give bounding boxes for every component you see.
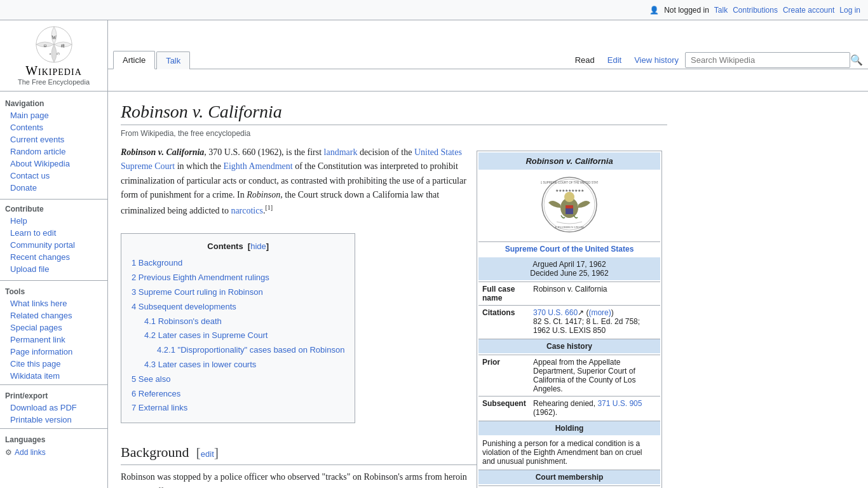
tab-read[interactable]: Read bbox=[569, 51, 601, 69]
toc-item-2: 2 Previous Eighth Amendment rulings bbox=[132, 271, 344, 285]
article-with-infobox: Robinson v. California, 370 U.S. 660 (19… bbox=[121, 146, 667, 488]
sidebar-item-permanent-link[interactable]: Permanent link bbox=[0, 334, 107, 346]
sidebar-item-page-information[interactable]: Page information bbox=[0, 346, 107, 358]
tab-edit[interactable]: Edit bbox=[601, 51, 628, 69]
background-edit-link[interactable]: edit bbox=[201, 449, 214, 459]
svg-rect-13 bbox=[566, 205, 573, 208]
intro-paragraph: Robinson v. California, 370 U.S. 660 (19… bbox=[121, 146, 477, 218]
toc-item-5: 5 See also bbox=[132, 373, 344, 386]
background-heading: Background [edit] bbox=[121, 441, 477, 465]
narcotics-link[interactable]: narcotics bbox=[231, 205, 263, 215]
svg-text:E PLURIBUS UNUM: E PLURIBUS UNUM bbox=[555, 226, 584, 229]
tab-bar: Article Talk Read Edit View history 🔍 bbox=[108, 43, 868, 69]
infobox-citations-value: 370 U.S. 660↗ ((more)) 82 S. Ct. 1417; 8… bbox=[529, 306, 660, 337]
tab-view-history[interactable]: View history bbox=[628, 51, 685, 69]
languages-heading: Languages bbox=[0, 431, 107, 445]
toc-item-6: 6 References bbox=[132, 388, 344, 401]
user-icon: 👤 bbox=[649, 6, 659, 15]
sidebar-item-recent-changes[interactable]: Recent changes bbox=[0, 251, 107, 263]
eighth-amendment-link[interactable]: Eighth Amendment bbox=[223, 161, 292, 171]
sidebar-item-about-wikipedia[interactable]: About Wikipedia bbox=[0, 158, 107, 170]
toc-title: Contents [hide] bbox=[132, 240, 344, 254]
svg-point-11 bbox=[564, 192, 574, 202]
talk-link[interactable]: Talk bbox=[714, 6, 728, 15]
toc-item-7: 7 External links bbox=[132, 402, 344, 415]
article-body: Robinson v. California, 370 U.S. 660 (19… bbox=[121, 146, 477, 488]
search-input[interactable] bbox=[685, 52, 850, 68]
contributions-link[interactable]: Contributions bbox=[733, 6, 778, 15]
toc-item-4-3: 4.3 Later cases in lower courts bbox=[132, 358, 344, 372]
toc-item-4-1: 4.1 Robinson's death bbox=[132, 315, 344, 329]
site-title: Wikipedia bbox=[25, 64, 82, 78]
infobox-seal: ★★★★★★★★★ E PLURIBUS UNUM THE SUPREME CO… bbox=[478, 171, 660, 240]
search-button[interactable]: 🔍 bbox=[850, 54, 863, 66]
infobox-subsequent-value: Rehearing denied, 371 U.S. 905 (1962). bbox=[529, 396, 660, 419]
article-main: Robinson v. California, 370 U.S. 660 (19… bbox=[121, 146, 477, 488]
sidebar-item-contents[interactable]: Contents bbox=[0, 121, 107, 133]
logo-area: W Ω 維 и の Wikipedia The Free Encyclopedi… bbox=[0, 20, 108, 91]
background-paragraph-1: Robinson was stopped by a police officer… bbox=[121, 470, 477, 488]
sidebar-item-upload-file[interactable]: Upload file bbox=[0, 263, 107, 275]
sidebar-item-main-page[interactable]: Main page bbox=[0, 109, 107, 121]
languages-gear-icon[interactable]: ⚙ bbox=[5, 448, 12, 457]
main-layout: Navigation Main page Contents Current ev… bbox=[0, 92, 868, 488]
sidebar-item-random-article[interactable]: Random article bbox=[0, 146, 107, 158]
sidebar: Navigation Main page Contents Current ev… bbox=[0, 92, 108, 488]
infobox-row-fullcase: Full case name Robinson v. California bbox=[478, 281, 660, 305]
nav-section: Navigation Main page Contents Current ev… bbox=[0, 97, 107, 194]
svg-text:W: W bbox=[51, 35, 57, 41]
sidebar-item-wikidata-item[interactable]: Wikidata item bbox=[0, 370, 107, 382]
create-account-link[interactable]: Create account bbox=[783, 6, 834, 15]
contribute-section: Contribute Help Learn to edit Community … bbox=[0, 202, 107, 275]
infobox-holding-head: Holding bbox=[478, 421, 660, 435]
infobox-row-citations: Citations 370 U.S. 660↗ ((more)) 82 S. C… bbox=[478, 305, 660, 337]
sidebar-item-special-pages[interactable]: Special pages bbox=[0, 322, 107, 334]
print-heading: Print/export bbox=[0, 388, 107, 402]
sidebar-item-contact-us[interactable]: Contact us bbox=[0, 170, 107, 182]
site-subtitle: The Free Encyclopedia bbox=[18, 78, 90, 86]
sidebar-item-community-portal[interactable]: Community portal bbox=[0, 239, 107, 251]
contribute-heading: Contribute bbox=[0, 202, 107, 215]
svg-text:★★★★★★★★★: ★★★★★★★★★ bbox=[555, 189, 584, 193]
sidebar-item-download-pdf[interactable]: Download as PDF bbox=[0, 402, 107, 414]
content-area: Robinson v. California From Wikipedia, t… bbox=[108, 92, 680, 488]
sidebar-item-help[interactable]: Help bbox=[0, 215, 107, 227]
page-title: Robinson v. California bbox=[121, 102, 667, 125]
toc-box: Contents [hide] 1 Background 2 Previous … bbox=[121, 233, 355, 424]
scotus-seal: ★★★★★★★★★ E PLURIBUS UNUM THE SUPREME CO… bbox=[541, 176, 598, 233]
topbar: 👤 Not logged in Talk Contributions Creat… bbox=[0, 0, 868, 20]
sidebar-item-related-changes[interactable]: Related changes bbox=[0, 309, 107, 322]
add-links[interactable]: Add links bbox=[15, 448, 46, 457]
sidebar-divider-4 bbox=[0, 428, 107, 429]
infobox-dates: Argued April 17, 1962 Decided June 25, 1… bbox=[478, 257, 660, 280]
infobox-title: Robinson v. California bbox=[478, 152, 660, 170]
svg-text:の: の bbox=[56, 52, 59, 55]
tabs-and-search: Article Talk Read Edit View history 🔍 bbox=[108, 43, 868, 69]
more-link[interactable]: (more) bbox=[588, 308, 611, 317]
nav-heading: Navigation bbox=[0, 97, 107, 109]
tab-article[interactable]: Article bbox=[113, 51, 155, 69]
us-660-link[interactable]: 370 U.S. 660 bbox=[533, 308, 578, 317]
sidebar-item-cite-this-page[interactable]: Cite this page bbox=[0, 358, 107, 370]
infobox-court-name: Supreme Court of the United States bbox=[478, 241, 660, 256]
sidebar-divider-2 bbox=[0, 280, 107, 281]
tab-talk[interactable]: Talk bbox=[156, 51, 190, 69]
sidebar-divider-1 bbox=[0, 199, 107, 200]
log-in-link[interactable]: Log in bbox=[839, 6, 860, 15]
sidebar-divider-3 bbox=[0, 384, 107, 385]
infobox-court-membership-head: Court membership bbox=[478, 470, 660, 484]
landmark-link[interactable]: landmark bbox=[324, 147, 358, 157]
lang-bar: ⚙ Add links bbox=[0, 445, 107, 459]
from-wikipedia: From Wikipedia, the free encyclopedia bbox=[121, 129, 667, 138]
toc-item-4-2: 4.2 Later cases in Supreme Court bbox=[132, 329, 344, 342]
header: W Ω 維 и の Wikipedia The Free Encyclopedi… bbox=[0, 20, 868, 92]
sidebar-item-current-events[interactable]: Current events bbox=[0, 133, 107, 146]
371-us-link[interactable]: 371 U.S. 905 bbox=[597, 399, 642, 408]
tools-heading: Tools bbox=[0, 283, 107, 297]
sidebar-item-what-links-here[interactable]: What links here bbox=[0, 297, 107, 309]
toc-hide-link[interactable]: hide bbox=[250, 241, 266, 251]
sidebar-item-donate[interactable]: Donate bbox=[0, 182, 107, 194]
sidebar-item-printable-version[interactable]: Printable version bbox=[0, 414, 107, 426]
sidebar-item-learn-to-edit[interactable]: Learn to edit bbox=[0, 227, 107, 239]
scotus-infobox-link[interactable]: Supreme Court of the United States bbox=[505, 245, 634, 254]
